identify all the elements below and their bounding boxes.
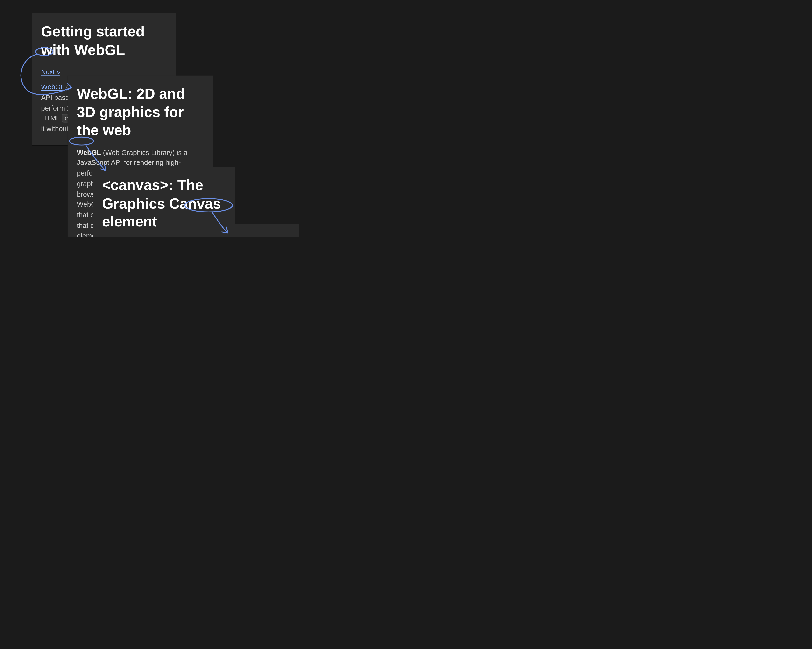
page-title: Getting started with WebGL [41,23,167,59]
webgl-link[interactable]: WebGL [41,83,64,91]
card-canvas-api: Canvas API The Canvas API provides a mea… [156,224,299,237]
next-link[interactable]: Next » [41,68,60,76]
page-title: WebGL: 2D and 3D graphics for the web [77,85,204,139]
page-title: Canvas API [166,233,290,237]
page-title: <canvas>: The Graphics Canvas element [102,176,226,231]
